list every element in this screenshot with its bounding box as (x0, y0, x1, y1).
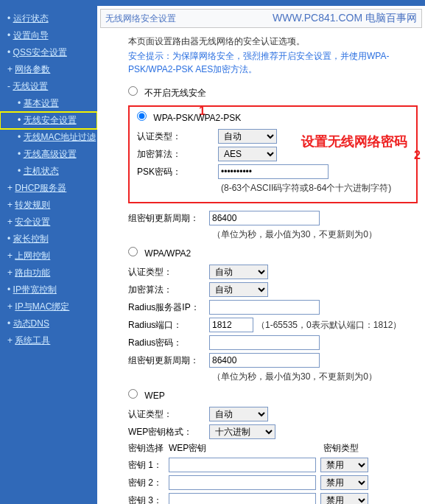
brand-text: WWW.PC841.COM 电脑百事网 (273, 12, 417, 25)
nav-ddns[interactable]: • 动态DNS (0, 315, 97, 332)
psk-input[interactable] (218, 164, 329, 179)
wep-key-1-input[interactable] (169, 458, 316, 472)
nav-wireless-mac[interactable]: • 无线MAC地址过滤 (0, 129, 97, 146)
wep-fmt-label: WEP密钥格式： (128, 426, 209, 438)
wep-fmt-select[interactable]: 十六进制 (209, 424, 275, 439)
nav-setup-wizard[interactable]: • 设置向导 (0, 27, 97, 44)
option-none[interactable]: 不开启无线安全 (128, 86, 418, 99)
wpa-enc-label: 加密算法： (128, 284, 209, 296)
auth-type-select[interactable]: 自动 (218, 129, 277, 144)
wpa-auth-label: 认证类型： (128, 266, 209, 279)
wep-col-type: 密钥类型 (323, 442, 382, 455)
wep-key-3-input[interactable] (169, 493, 316, 504)
radius-port-label: Radius端口： (128, 319, 209, 332)
radius-port-hint: （1-65535，0表示默认端口：1812） (256, 319, 401, 332)
wep-key-row-1: 密钥 1： 禁用 (128, 458, 418, 472)
wep-key-table: 密钥 1： 禁用 密钥 2： 禁用 密钥 3： 禁用 (128, 458, 418, 504)
wpa-gk-input[interactable] (209, 353, 320, 368)
radio-wpa-label: WPA/WPA2 (144, 248, 191, 259)
groupkey-hint: （单位为秒，最小值为30，不更新则为0） (212, 228, 377, 241)
nav-running-status[interactable]: • 运行状态 (0, 10, 97, 27)
nav-system[interactable]: + 系统工具 (0, 332, 97, 349)
nav-bandwidth[interactable]: • IP带宽控制 (0, 281, 97, 298)
wep-col-select: 密钥选择 (128, 442, 169, 455)
wpa-auth-select[interactable]: 自动 (209, 265, 268, 279)
annotation-psk: 设置无线网络密码 (301, 133, 407, 150)
auth-type-label: 认证类型： (137, 130, 218, 143)
radius-pw-label: Radius密码： (128, 337, 209, 349)
radio-wpapsk-label: WPA-PSK/WPA2-PSK (153, 113, 241, 123)
intro-text: 本页面设置路由器无线网络的安全认证选项。 (128, 35, 418, 48)
wep-auth-select[interactable]: 自动 (209, 407, 268, 421)
radio-wpa[interactable] (128, 247, 138, 256)
groupkey-input[interactable] (209, 211, 320, 225)
groupkey-label: 组密钥更新周期： (128, 212, 209, 225)
nav-wireless-security[interactable]: • 无线安全设置 (0, 112, 97, 129)
page-title: 无线网络安全设置 (105, 13, 176, 25)
radius-ip-label: Radius服务器IP： (128, 301, 209, 314)
page-header: 无线网络安全设置 WWW.PC841.COM 电脑百事网 (100, 9, 422, 28)
radio-none-label: 不开启无线安全 (144, 88, 206, 98)
nav-dhcp[interactable]: + DHCP服务器 (0, 180, 97, 197)
radius-pw-input[interactable] (209, 335, 320, 350)
psk-label: PSK密码： (137, 166, 218, 178)
wpa-gk-label: 组密钥更新周期： (128, 354, 209, 367)
radius-ip-input[interactable] (209, 300, 320, 315)
nav-parental[interactable]: • 家长控制 (0, 231, 97, 248)
wep-key-2-type[interactable]: 禁用 (320, 475, 368, 490)
psk-hint: (8-63个ASCII码字符或8-64个十六进制字符) (221, 182, 391, 195)
wep-key-row-3: 密钥 3： 禁用 (128, 493, 418, 504)
wep-auth-label: 认证类型： (128, 408, 209, 421)
radio-wep-label: WEP (144, 391, 164, 401)
nav-security[interactable]: + 安全设置 (0, 214, 97, 231)
radio-wpapsk[interactable] (137, 111, 147, 121)
wep-col-key: WEP密钥 (169, 442, 323, 455)
enc-alg-label: 加密算法： (137, 148, 218, 161)
security-tip: 安全提示：为保障网络安全，强烈推荐开启安全设置，并使用WPA-PSK/WPA2-… (128, 49, 418, 76)
nav-ipmac[interactable]: + IP与MAC绑定 (0, 298, 97, 315)
nav-wireless-host[interactable]: • 主机状态 (0, 163, 97, 180)
sidebar: • 运行状态 • 设置向导 • QSS安全设置 + 网络参数 - 无线设置 • … (0, 6, 97, 504)
nav-qss[interactable]: • QSS安全设置 (0, 44, 97, 61)
radius-port-input[interactable] (209, 318, 253, 332)
nav-routing[interactable]: + 路由功能 (0, 265, 97, 281)
wpa-psk-section: 设置无线网络密码 WPA-PSK/WPA2-PSK 认证类型： 自动 加密算法：… (128, 105, 418, 203)
main-panel: 1 2 无线网络安全设置 WWW.PC841.COM 电脑百事网 本页面设置路由… (97, 6, 425, 504)
nav-forward[interactable]: + 转发规则 (0, 197, 97, 214)
wep-key-2-input[interactable] (169, 475, 316, 490)
wpa-gk-hint: （单位为秒，最小值为30，不更新则为0） (212, 371, 377, 383)
wep-key-3-type[interactable]: 禁用 (320, 493, 368, 504)
wep-key-row-2: 密钥 2： 禁用 (128, 475, 418, 490)
radio-wep[interactable] (128, 389, 138, 399)
nav-wireless-adv[interactable]: • 无线高级设置 (0, 146, 97, 163)
wep-key-1-type[interactable]: 禁用 (320, 458, 368, 472)
nav-access[interactable]: + 上网控制 (0, 248, 97, 265)
nav-wireless-basic[interactable]: • 基本设置 (0, 95, 97, 112)
enc-alg-select[interactable]: AES (218, 147, 277, 161)
radio-none[interactable] (128, 86, 138, 96)
wpa-enc-select[interactable]: 自动 (209, 282, 268, 297)
nav-network[interactable]: + 网络参数 (0, 61, 97, 78)
nav-wireless[interactable]: - 无线设置 (0, 78, 97, 95)
